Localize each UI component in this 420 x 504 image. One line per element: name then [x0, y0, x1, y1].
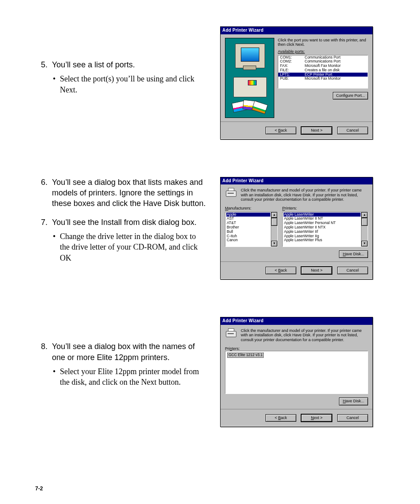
- back-button[interactable]: < Back: [265, 267, 296, 274]
- page-number: 7-2: [35, 486, 43, 492]
- printers-single-listbox[interactable]: GCC Elite 1212 v3.1: [225, 351, 368, 394]
- printers-label: Printers:: [282, 206, 368, 210]
- dialog3-title: Add Printer Wizard: [221, 317, 372, 325]
- step6-7-row: 6. You’ll see a dialog box that lists ma…: [35, 177, 394, 280]
- step8-text: 8. You’ll see a dialog box with the name…: [35, 341, 207, 395]
- printer-item[interactable]: Apple LaserWriter Plus: [284, 238, 361, 243]
- step5-text: 5. You’ll see a list of ports. Select th…: [35, 59, 207, 103]
- step-8-sub1: Select your Elite 12ppm printer model fr…: [52, 366, 207, 388]
- step-7-text: You’ll see the Install from disk dialog …: [52, 218, 197, 227]
- back-button[interactable]: < Back: [265, 414, 296, 422]
- step-5: 5. You’ll see a list of ports. Select th…: [35, 59, 207, 95]
- step-5-sub1: Select the port(s) you’ll be using and c…: [52, 74, 207, 95]
- step-7: 7. You’ll see the Install from disk dial…: [35, 217, 207, 263]
- step8-row: 8. You’ll see a dialog box with the name…: [35, 317, 394, 427]
- step-8: 8. You’ll see a dialog box with the name…: [35, 341, 207, 387]
- printer-small-icon: [225, 328, 237, 338]
- wizard-illustration: [225, 38, 274, 118]
- step-6: 6. You’ll see a dialog box that lists ma…: [35, 177, 207, 209]
- cancel-button[interactable]: Cancel: [337, 414, 368, 422]
- available-ports-label: Available ports:: [278, 49, 368, 54]
- step-8-text: You’ll see a dialog box with the names o…: [52, 342, 195, 361]
- next-button[interactable]: Next >: [301, 266, 332, 275]
- step-6-text: You’ll see a dialog box that lists makes…: [52, 178, 206, 208]
- selected-printer-item[interactable]: GCC Elite 1212 v3.1: [227, 353, 264, 358]
- dialog1-title: Add Printer Wizard: [221, 27, 372, 34]
- manufacturer-item[interactable]: Canon: [226, 238, 270, 243]
- next-button[interactable]: Next >: [301, 126, 332, 135]
- step6-7-text: 6. You’ll see a dialog box that lists ma…: [35, 177, 207, 271]
- printers-listbox[interactable]: Apple LaserWriterApple LaserWriter II NT…: [282, 212, 368, 247]
- dialog-ports: Add Printer Wizard Click the port you wa…: [220, 26, 373, 140]
- dialog-select-printer: Add Printer Wizard Click the manufacture…: [220, 317, 373, 427]
- scroll-down-icon[interactable]: ▼: [361, 241, 368, 246]
- scroll-up-icon[interactable]: ▲: [271, 212, 277, 218]
- cancel-button[interactable]: Cancel: [337, 127, 368, 134]
- port-row[interactable]: PUB:Microsoft Fax Monitor: [278, 77, 368, 81]
- scroll-down-icon[interactable]: ▼: [271, 241, 277, 246]
- step-8-num: 8.: [35, 341, 48, 352]
- manufacturers-label: Manufacturers:: [225, 206, 278, 210]
- papers-icon: [232, 99, 267, 113]
- monitor-icon: [235, 44, 265, 68]
- dialog2-footer: < Back Next > Cancel: [221, 261, 372, 279]
- ports-listbox[interactable]: COM1:Communications PortCOM2:Communicati…: [278, 55, 368, 88]
- dialog3-prompt: Click the manufacturer and model of your…: [241, 328, 368, 342]
- step5-row: 5. You’ll see a list of ports. Select th…: [35, 26, 394, 140]
- back-button[interactable]: < Back: [265, 127, 296, 134]
- have-disk-button[interactable]: Have Disk...: [339, 250, 368, 258]
- step-7-num: 7.: [35, 217, 48, 228]
- scrollbar[interactable]: ▲ ▼: [361, 212, 368, 246]
- dialog3-footer: < Back Next > Cancel: [221, 409, 372, 427]
- scroll-thumb[interactable]: [361, 218, 368, 226]
- scroll-up-icon[interactable]: ▲: [361, 212, 368, 218]
- dialog1-footer: < Back Next > Cancel: [221, 121, 372, 139]
- step-5-num: 5.: [35, 59, 48, 70]
- manufacturer-item[interactable]: Brother: [226, 225, 270, 230]
- printer-small-icon: [225, 188, 237, 198]
- configure-port-button[interactable]: Configure Port...: [333, 92, 368, 99]
- dialog3-printers-label: Printers:: [225, 346, 368, 351]
- dialog2-title: Add Printer Wizard: [221, 177, 372, 185]
- next-button[interactable]: Next >: [301, 414, 332, 422]
- dialog1-prompt: Click the port you want to use with this…: [278, 38, 368, 47]
- step-7-sub1: Change the drive letter in the dialog bo…: [52, 231, 207, 263]
- dialog2-prompt: Click the manufacturer and model of your…: [241, 188, 368, 202]
- scroll-thumb[interactable]: [271, 218, 277, 226]
- manufacturers-listbox[interactable]: AppleASTAT&TBrotherBullC-ItohCanon ▲ ▼: [225, 212, 278, 247]
- printer-icon: [233, 77, 267, 97]
- scrollbar[interactable]: ▲ ▼: [271, 212, 277, 246]
- dialog-manufacturers: Add Printer Wizard Click the manufacture…: [220, 177, 373, 280]
- step-6-num: 6.: [35, 177, 48, 188]
- cancel-button[interactable]: Cancel: [337, 267, 368, 274]
- step-5-text: You’ll see a list of ports.: [52, 60, 135, 69]
- have-disk-button[interactable]: Have Disk...: [339, 397, 368, 405]
